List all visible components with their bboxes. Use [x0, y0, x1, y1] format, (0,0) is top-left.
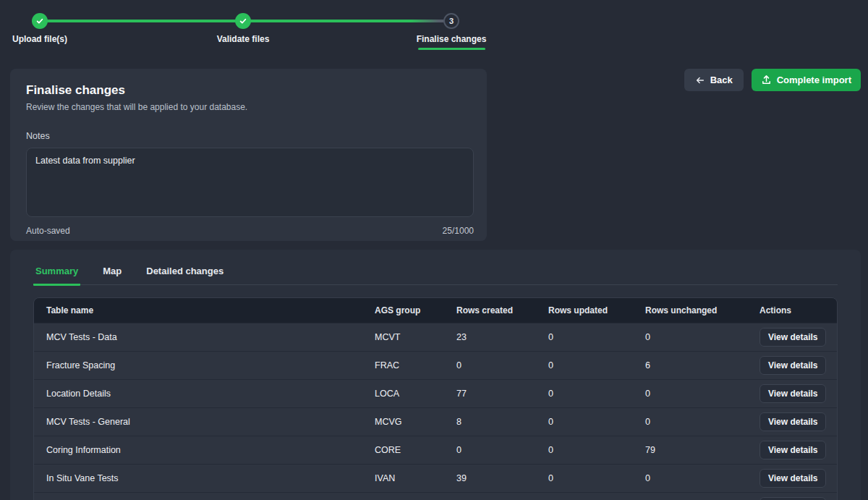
- cell-ags-group: MCVT: [370, 332, 451, 342]
- cell-table-name: Location Details: [34, 389, 370, 399]
- view-details-button[interactable]: View details: [760, 469, 826, 488]
- table-body: MCV Tests - Data MCVT 23 0 0 View detail…: [34, 323, 837, 500]
- arrow-left-icon: [695, 75, 705, 85]
- table-row: MCV Tests - General MCVG 8 0 0 View deta…: [34, 407, 837, 436]
- cell-rows-created: 8: [451, 417, 543, 427]
- summary-tabs: Summary Map Detailed changes: [33, 260, 838, 285]
- table-row: Coring Information CORE 0 0 79 View deta…: [34, 436, 837, 464]
- view-details-button[interactable]: View details: [760, 356, 826, 375]
- column-header-table-name: Table name: [34, 305, 370, 315]
- column-header-rows-created: Rows created: [451, 305, 543, 315]
- complete-import-button[interactable]: Complete import: [752, 69, 861, 91]
- cell-rows-updated: 0: [543, 445, 640, 455]
- cell-rows-unchanged: 0: [640, 332, 754, 342]
- import-summary-card: Summary Map Detailed changes Table name …: [10, 250, 861, 500]
- view-details-button[interactable]: View details: [760, 441, 826, 459]
- cell-ags-group: FRAC: [370, 360, 451, 370]
- cell-table-name: MCV Tests - Data: [34, 332, 370, 342]
- step-finalise-changes-label: Finalise changes: [401, 34, 502, 44]
- cell-rows-unchanged: 0: [640, 473, 754, 483]
- cell-ags-group: MCVG: [370, 417, 451, 427]
- cell-ags-group: CORE: [370, 445, 451, 455]
- notes-footer: Auto-saved 25/1000: [26, 226, 474, 236]
- notes-label: Notes: [26, 131, 472, 141]
- table-row: Sample Information SAMP 2336 0 0 View de…: [34, 492, 837, 500]
- cell-rows-updated: 0: [543, 417, 640, 427]
- table-header-row: Table name AGS group Rows created Rows u…: [34, 298, 837, 323]
- step-upload-files-label: Upload file(s): [0, 34, 90, 44]
- cell-rows-created: 39: [451, 473, 543, 483]
- cell-table-name: Fracture Spacing: [34, 360, 370, 370]
- complete-import-label: Complete import: [777, 75, 851, 85]
- cell-table-name: Coring Information: [34, 445, 370, 455]
- cell-rows-unchanged: 79: [640, 445, 754, 455]
- cell-rows-unchanged: 0: [640, 389, 754, 399]
- step-finalise-changes-indicator[interactable]: 3: [443, 13, 459, 29]
- stepper-connector-2: [247, 20, 447, 22]
- stepper-connector-1: [42, 20, 239, 22]
- table-row: Fracture Spacing FRAC 0 0 6 View details: [34, 351, 837, 379]
- summary-table: Table name AGS group Rows created Rows u…: [33, 297, 838, 500]
- page-title: Finalise changes: [26, 83, 472, 98]
- view-details-button[interactable]: View details: [760, 412, 826, 431]
- cell-rows-unchanged: 6: [640, 360, 754, 370]
- char-counter: 25/1000: [443, 226, 474, 236]
- table-row: Location Details LOCA 77 0 0 View detail…: [34, 379, 837, 407]
- cell-ags-group: LOCA: [370, 389, 451, 399]
- cell-rows-unchanged: 0: [640, 417, 754, 427]
- column-header-rows-updated: Rows updated: [543, 305, 640, 315]
- back-button[interactable]: Back: [684, 69, 744, 91]
- view-details-button[interactable]: View details: [760, 384, 826, 403]
- view-details-button[interactable]: View details: [760, 497, 826, 500]
- active-step-underline: [418, 48, 485, 50]
- page-subtitle: Review the changes that will be applied …: [26, 102, 472, 112]
- cell-rows-created: 77: [451, 389, 543, 399]
- step-validate-files-indicator[interactable]: [235, 13, 251, 29]
- cell-rows-updated: 0: [543, 360, 640, 370]
- step-number: 3: [449, 17, 454, 25]
- back-button-label: Back: [710, 75, 733, 85]
- autosave-status: Auto-saved: [26, 226, 70, 236]
- table-row: In Situ Vane Tests IVAN 39 0 0 View deta…: [34, 464, 837, 492]
- column-header-ags-group: AGS group: [370, 305, 451, 315]
- cell-rows-updated: 0: [543, 389, 640, 399]
- wizard-actions: Back Complete import: [684, 69, 861, 91]
- column-header-actions: Actions: [754, 305, 837, 315]
- cell-rows-created: 0: [451, 360, 543, 370]
- cell-table-name: In Situ Vane Tests: [34, 473, 370, 483]
- tab-detailed-changes[interactable]: Detailed changes: [144, 260, 226, 286]
- import-stepper: Upload file(s) Validate files 3 Finalise…: [0, 0, 868, 61]
- cell-rows-created: 0: [451, 445, 543, 455]
- column-header-rows-unchanged: Rows unchanged: [640, 305, 754, 315]
- tab-summary[interactable]: Summary: [33, 260, 80, 286]
- cell-rows-created: 23: [451, 332, 543, 342]
- cell-rows-updated: 0: [543, 473, 640, 483]
- check-icon: [239, 17, 247, 25]
- cell-ags-group: IVAN: [370, 473, 451, 483]
- table-row: MCV Tests - Data MCVT 23 0 0 View detail…: [34, 323, 837, 351]
- cell-rows-updated: 0: [543, 332, 640, 342]
- cell-table-name: MCV Tests - General: [34, 417, 370, 427]
- tab-map[interactable]: Map: [101, 260, 124, 286]
- notes-input[interactable]: Latest data from supplier: [26, 148, 474, 217]
- check-icon: [35, 17, 44, 25]
- view-details-button[interactable]: View details: [760, 328, 826, 347]
- upload-icon: [761, 75, 772, 85]
- step-validate-files-label: Validate files: [192, 34, 294, 44]
- finalise-changes-card: Finalise changes Review the changes that…: [10, 69, 487, 241]
- step-upload-files-indicator[interactable]: [32, 13, 48, 29]
